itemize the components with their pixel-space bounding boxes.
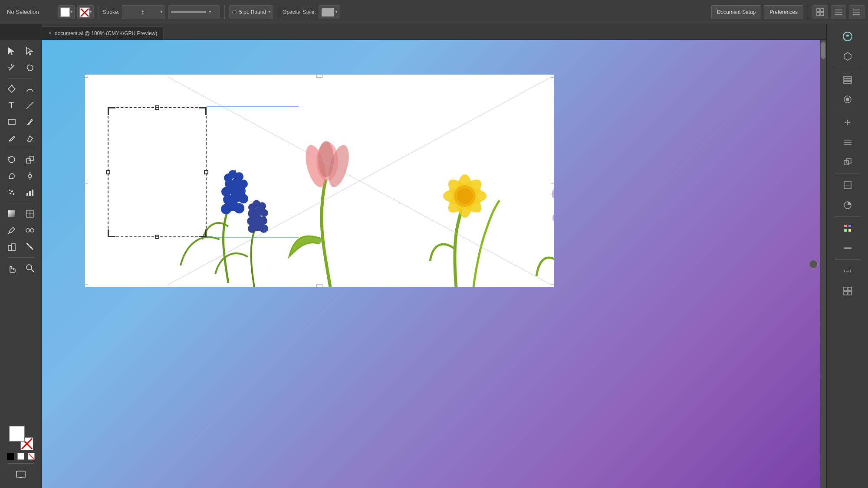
default-white-btn[interactable]	[17, 453, 24, 460]
curvature-tool-btn[interactable]	[21, 81, 39, 97]
style-dropdown[interactable]: ▾	[319, 5, 340, 19]
fill-indicator[interactable]	[9, 426, 25, 442]
right-sep-2	[835, 111, 861, 111]
svg-rect-5	[817, 13, 820, 16]
rect-tool-btn[interactable]	[3, 114, 20, 130]
chart-tool-btn[interactable]	[21, 185, 39, 200]
more-options-btn[interactable]	[831, 5, 846, 19]
eraser-tool-btn[interactable]	[21, 131, 39, 146]
selection-handle-ml[interactable]	[85, 178, 88, 184]
fill-color-swatch[interactable]: ▾	[58, 5, 75, 19]
hamburger-btn[interactable]	[849, 5, 865, 19]
stroke-up-arrow[interactable]: ▲	[141, 9, 145, 12]
selection-handle-tc[interactable]	[316, 75, 322, 78]
default-black-btn[interactable]	[7, 453, 14, 460]
eyedropper-tool-btn[interactable]	[3, 223, 20, 238]
direct-selection-tool-btn[interactable]	[21, 43, 39, 59]
color-guide-panel-btn[interactable]	[838, 219, 857, 237]
style-label: Style:	[303, 9, 316, 15]
svg-rect-76	[844, 291, 847, 295]
rotate-tool-btn[interactable]	[3, 152, 20, 167]
zoom-tool-btn[interactable]	[21, 260, 39, 276]
shape-tools	[3, 114, 39, 130]
pencil-tool-btn[interactable]	[3, 131, 20, 146]
svg-point-114	[457, 188, 473, 204]
magic-wand-tool-btn[interactable]	[3, 60, 20, 75]
stroke-down-arrow[interactable]: ▼	[141, 12, 145, 15]
preferences-button[interactable]: Preferences	[764, 5, 803, 19]
live-paint-tool-btn[interactable]	[3, 239, 20, 255]
stroke-style-dropdown[interactable]: ▾	[168, 5, 220, 19]
selection-tool-btn[interactable]	[3, 43, 20, 59]
right-sep-1	[835, 68, 861, 68]
right-panel: ✣	[826, 24, 868, 488]
links-panel-btn[interactable]	[838, 262, 857, 280]
tab-title: document.ai @ 100% (CMYK/GPU Preview)	[55, 30, 157, 36]
transform-panel-btn[interactable]	[838, 177, 857, 194]
document-tab[interactable]: ✕ document.ai @ 100% (CMYK/GPU Preview)	[42, 26, 164, 39]
top-toolbar: No Selection ▾ ▾ Stroke: ▲ ▼ ▾ ▾	[0, 0, 868, 24]
symbols-panel-btn[interactable]: ✣	[838, 114, 857, 131]
puppet-warp-tool-btn[interactable]	[21, 168, 39, 184]
document-setup-button[interactable]: Document Setup	[711, 5, 761, 19]
slice-tool-btn[interactable]	[21, 239, 39, 255]
stroke-style-preview	[171, 11, 206, 13]
line-tool-btn[interactable]	[21, 98, 39, 113]
paintbrush-tool-btn[interactable]	[21, 114, 39, 130]
stroke-dropdown[interactable]: ▾	[161, 10, 162, 14]
blend-tool-btn[interactable]	[21, 223, 39, 238]
tab-bar: ✕ document.ai @ 100% (CMYK/GPU Preview)	[42, 24, 826, 40]
hand-tool-btn[interactable]	[3, 260, 20, 276]
canvas-scrollbar[interactable]	[820, 40, 826, 488]
selection-handle-tl[interactable]	[85, 75, 88, 78]
shaper-tool-btn[interactable]	[3, 168, 20, 184]
sep-1	[98, 5, 99, 19]
svg-rect-31	[26, 193, 28, 196]
svg-rect-3	[817, 9, 820, 12]
rotate-tools	[3, 152, 39, 167]
mesh-tool-btn[interactable]	[21, 206, 39, 222]
lasso-tool-btn[interactable]	[21, 60, 39, 75]
selection-handle-bl[interactable]	[85, 284, 88, 287]
svg-point-28	[11, 190, 13, 192]
properties-panel-btn[interactable]	[838, 28, 857, 45]
slice-tools	[3, 239, 39, 255]
pathfinder-panel-btn[interactable]	[838, 154, 857, 171]
layers-panel-btn[interactable]	[838, 71, 857, 88]
svg-point-18	[11, 85, 13, 86]
selection-handle-br[interactable]	[551, 284, 554, 287]
selection-handle-bc[interactable]	[316, 284, 322, 287]
libraries-panel-btn[interactable]	[838, 48, 857, 65]
tab-close-btn[interactable]: ✕	[48, 30, 52, 36]
pen-tool-btn[interactable]	[3, 81, 20, 97]
svg-rect-42	[8, 246, 11, 250]
screen-mode-btn[interactable]	[13, 468, 29, 481]
stroke-panel-btn[interactable]	[838, 239, 857, 257]
pen-tools	[3, 81, 39, 97]
selection-handle-mr[interactable]	[551, 178, 554, 184]
fill-stroke-indicator[interactable]	[9, 426, 33, 449]
svg-rect-33	[32, 190, 33, 196]
gradient-tool-btn[interactable]	[3, 206, 20, 222]
color-panel-btn[interactable]	[838, 197, 857, 214]
svg-rect-71	[844, 229, 847, 232]
canvas-area[interactable]	[42, 40, 826, 488]
color-swatches-area	[7, 426, 35, 485]
svg-rect-6	[821, 13, 824, 16]
none-color-btn[interactable]	[28, 453, 35, 460]
align-panel-btn[interactable]	[838, 134, 857, 151]
type-tool-btn[interactable]: T	[3, 98, 20, 113]
stroke-color-swatch[interactable]: ▾	[77, 5, 94, 19]
stroke-spinbox[interactable]: ▲ ▼	[140, 9, 145, 15]
arrange-icon-btn[interactable]	[812, 5, 828, 19]
export-panel-btn[interactable]	[838, 282, 857, 300]
selection-handle-tr[interactable]	[551, 75, 554, 78]
scale-tool-btn[interactable]	[21, 152, 39, 167]
brush-size-selector[interactable]: 5 pt. Round ▾	[229, 5, 273, 19]
symbol-sprayer-btn[interactable]	[3, 185, 20, 200]
svg-rect-22	[26, 159, 31, 163]
svg-point-135	[552, 212, 554, 223]
scrollbar-thumb[interactable]	[821, 42, 825, 59]
appearance-panel-btn[interactable]	[838, 91, 857, 108]
stroke-value-input[interactable]: ▲ ▼ ▾	[122, 5, 165, 19]
